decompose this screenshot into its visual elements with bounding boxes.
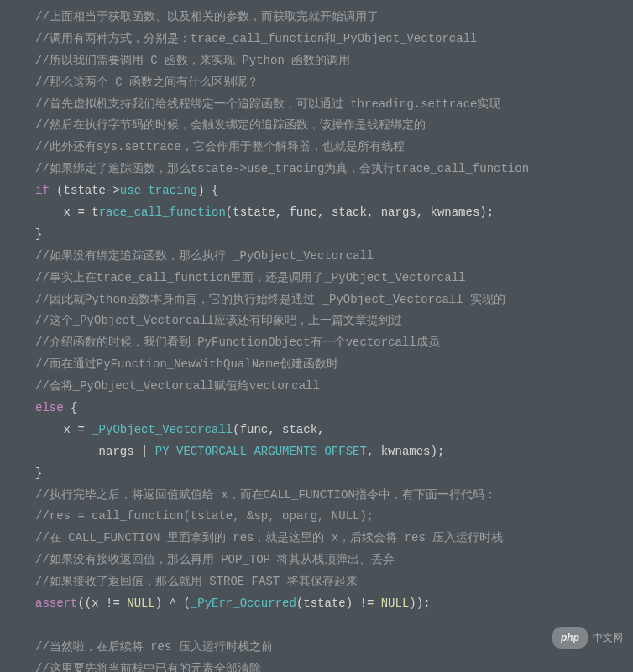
brace-close: }	[35, 227, 42, 241]
assert-args: (tstate) !=	[296, 596, 381, 610]
comment: //这里要先将当前栈中已有的元素全部清除	[35, 662, 261, 672]
assign-pre: x = t	[35, 206, 99, 219]
watermark: php 中文网	[552, 627, 623, 649]
brace-open: {	[64, 401, 78, 414]
comment: //这个_PyObject_Vectorcall应该还有印象吧，上一篇文章提到过	[35, 314, 402, 327]
offset-macro: PY_VECTORCALL_ARGUMENTS_OFFSET	[155, 445, 367, 458]
comment: //事实上在trace_call_function里面，还是调用了_PyObje…	[35, 271, 465, 284]
watermark-text: 中文网	[593, 628, 623, 647]
comment: //所以我们需要调用 C 函数，来实现 Python 函数的调用	[35, 54, 350, 67]
args-cont: nargs |	[35, 445, 155, 458]
err-occurred-function: _PyErr_Occurred	[191, 596, 296, 610]
vectorcall-function: _PyObject_Vectorcall	[92, 423, 233, 436]
if-keyword: if	[35, 184, 50, 197]
comment: //介绍函数的时候，我们看到 PyFunctionObject有一个vector…	[35, 336, 440, 349]
null-literal: NULL	[127, 596, 155, 610]
comment: //那么这两个 C 函数之间有什么区别呢？	[35, 76, 259, 89]
args-end: , kwnames);	[367, 445, 444, 458]
null-literal: NULL	[381, 596, 410, 610]
comment: //当然啦，在后续将 res 压入运行时栈之前	[35, 640, 273, 654]
assert-keyword: assert	[35, 596, 77, 610]
cond-close: ) {	[197, 184, 218, 197]
comment: //上面相当于获取函数、以及相关的参数，而获取完就开始调用了	[35, 10, 379, 23]
brace-close: }	[35, 466, 42, 480]
assert-mid: ) ^ (	[155, 596, 191, 610]
assign-pre: x =	[35, 423, 92, 436]
comment: //此外还有sys.settrace，它会作用于整个解释器，也就是所有线程	[35, 140, 405, 154]
comment: //如果没有接收返回值，那么再用 POP_TOP 将其从栈顶弹出、丢弃	[35, 553, 395, 566]
comment: //res = call_function(tstate, &sp, oparg…	[35, 509, 374, 523]
comment: //因此就Python函数本身而言，它的执行始终是通过 _PyObject_Ve…	[35, 293, 505, 306]
comment: //如果没有绑定追踪函数，那么执行 _PyObject_Vectorcall	[35, 249, 374, 263]
cond-open: (tstate->	[50, 184, 120, 197]
assert-open: ((x !=	[77, 596, 127, 610]
trace-call-function: race_call_function	[99, 206, 226, 219]
comment: //而在通过PyFunction_NewWithQualName创建函数时	[35, 357, 338, 371]
comment: //如果接收了返回值，那么就用 STROE_FAST 将其保存起来	[35, 575, 358, 588]
comment: //会将_PyObject_Vectorcall赋值给vectorcall	[35, 379, 320, 393]
use-tracing-member: use_tracing	[120, 184, 197, 197]
comment: //如果绑定了追踪函数，那么tstate->use_tracing为真，会执行t…	[35, 162, 529, 175]
comment: //调用有两种方式，分别是：trace_call_function和_PyObj…	[35, 32, 477, 45]
comment: //在 CALL_FUNCTION 里面拿到的 res，就是这里的 x，后续会将…	[35, 531, 503, 544]
assert-close: ));	[409, 596, 430, 610]
comment: //执行完毕之后，将返回值赋值给 x，而在CALL_FUNCTION指令中，有下…	[35, 488, 496, 502]
comment: //然后在执行字节码的时候，会触发绑定的追踪函数，该操作是线程绑定的	[35, 118, 426, 132]
args: (tstate, func, stack, nargs, kwnames);	[226, 206, 494, 219]
comment: //首先虚拟机支持我们给线程绑定一个追踪函数，可以通过 threading.se…	[35, 97, 500, 111]
args: (func, stack,	[233, 423, 324, 436]
else-keyword: else	[35, 401, 64, 414]
watermark-pill: php	[552, 627, 588, 649]
